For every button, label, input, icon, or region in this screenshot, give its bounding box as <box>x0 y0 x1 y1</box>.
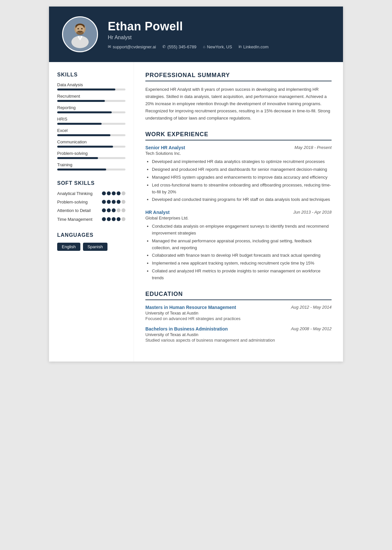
language-tag: English <box>57 243 80 251</box>
job-header: Senior HR Analyst May 2018 - Present <box>145 145 332 150</box>
dot-filled <box>107 217 111 221</box>
soft-skill-item: Attention to Detail <box>57 208 125 214</box>
skill-name: Data Analysis <box>57 82 125 87</box>
bullet-item: Managed HRIS system upgrades and enhance… <box>152 174 332 181</box>
dot-filled <box>102 200 106 204</box>
header: Ethan Powell Hr Analyst ✉support@cvdesig… <box>49 7 343 62</box>
language-tags: EnglishSpanish <box>57 243 125 251</box>
dot-filled <box>117 200 121 204</box>
main-content: PROFESSIONAL SUMMARY Experienced HR Anal… <box>134 62 343 362</box>
skill-name: HRIS <box>57 117 125 121</box>
skill-bar-fill <box>57 146 113 148</box>
skill-bar <box>57 111 125 113</box>
skill-name: Training <box>57 162 125 167</box>
dot-filled <box>112 200 116 204</box>
job-block: Senior HR Analyst May 2018 - Present Tec… <box>145 145 332 203</box>
skill-bar-fill <box>57 134 110 136</box>
soft-skill-item: Analytical Thinking <box>57 191 125 197</box>
contact-item: ✆(555) 345-6789 <box>162 44 196 49</box>
job-bullets: Developed and implemented HR data analyt… <box>145 158 332 203</box>
contact-icon: ⌂ <box>203 44 205 49</box>
skill-name: Recruitment <box>57 94 125 99</box>
edu-desc: Studied various aspects of business mana… <box>145 338 332 343</box>
bullet-item: Collaborated with finance team to develo… <box>152 252 332 259</box>
education-title: EDUCATION <box>145 291 332 300</box>
candidate-name: Ethan Powell <box>108 20 330 33</box>
experience-section: WORK EXPERIENCE Senior HR Analyst May 20… <box>145 131 332 281</box>
soft-skills-title: SOFT SKILLS <box>57 180 125 186</box>
jobs-list: Senior HR Analyst May 2018 - Present Tec… <box>145 145 332 281</box>
contact-item: ⌂NewYork, US <box>203 44 232 49</box>
soft-skill-name: Attention to Detail <box>57 208 99 214</box>
skill-dots <box>102 217 125 221</box>
edu-degree: Masters in Human Resource Management <box>145 305 236 310</box>
language-tag: Spanish <box>83 243 107 251</box>
avatar <box>62 16 98 52</box>
skill-name: Reporting <box>57 105 125 110</box>
skills-list: Data Analysis Recruitment Reporting HRIS… <box>57 82 125 170</box>
dot-filled <box>112 191 116 195</box>
skill-item: Communication <box>57 139 125 148</box>
edu-dates: Aug 2012 - May 2014 <box>291 305 332 310</box>
dot-filled <box>107 200 111 204</box>
skill-bar-fill <box>57 100 105 102</box>
skill-bar <box>57 146 125 148</box>
skill-item: Problem-solving <box>57 151 125 159</box>
skill-name: Excel <box>57 128 125 133</box>
contact-text: (555) 345-6789 <box>167 44 196 49</box>
skill-bar-fill <box>57 111 112 113</box>
contact-text: NewYork, US <box>207 44 232 49</box>
job-company: Global Enterprises Ltd. <box>145 216 332 220</box>
dot-filled <box>117 191 121 195</box>
skill-dots <box>102 199 125 204</box>
edu-header: Bachelors in Business Administration Aug… <box>145 326 332 332</box>
languages-title: LANGUAGES <box>57 232 125 238</box>
edu-school: University of Texas at Austin <box>145 332 332 337</box>
contact-icon: ✆ <box>162 44 166 49</box>
dot-filled <box>112 217 116 221</box>
dot-empty <box>122 191 125 195</box>
dot-empty <box>122 208 125 212</box>
job-dates: Jun 2013 - Apr 2018 <box>293 210 332 215</box>
edu-degree: Bachelors in Business Administration <box>145 326 228 332</box>
skill-item: Recruitment <box>57 94 125 102</box>
bullet-item: Led cross-functional teams to streamline… <box>152 182 332 196</box>
body: SKILLS Data Analysis Recruitment Reporti… <box>49 62 343 362</box>
bullet-item: Designed and produced HR reports and das… <box>152 166 332 173</box>
edu-header: Masters in Human Resource Management Aug… <box>145 305 332 310</box>
dot-filled <box>102 208 106 212</box>
soft-skills-list: Analytical ThinkingProblem-solvingAttent… <box>57 191 125 222</box>
experience-title: WORK EXPERIENCE <box>145 131 332 140</box>
skill-bar <box>57 89 125 90</box>
summary-text: Experienced HR Analyst with 8 years of p… <box>145 86 332 122</box>
soft-skill-name: Time Management <box>57 217 99 222</box>
soft-skills-section: SOFT SKILLS Analytical ThinkingProblem-s… <box>57 180 125 222</box>
job-title: HR Analyst <box>145 210 170 215</box>
skill-dots <box>102 191 125 195</box>
job-header: HR Analyst Jun 2013 - Apr 2018 <box>145 210 332 215</box>
summary-title: PROFESSIONAL SUMMARY <box>145 72 332 81</box>
skill-bar <box>57 123 125 125</box>
job-block: HR Analyst Jun 2013 - Apr 2018 Global En… <box>145 210 332 281</box>
soft-skill-name: Analytical Thinking <box>57 191 99 197</box>
bullet-item: Managed the annual performance appraisal… <box>152 238 332 251</box>
dot-filled <box>107 191 111 195</box>
soft-skill-name: Problem-solving <box>57 199 99 205</box>
contact-icon: ✉ <box>108 44 111 49</box>
contact-icon: in <box>238 44 241 49</box>
skills-title: SKILLS <box>57 72 125 78</box>
contact-item: inLinkedIn.com <box>238 44 269 49</box>
resume-container: Ethan Powell Hr Analyst ✉support@cvdesig… <box>49 7 343 362</box>
edu-desc: Focused on advanced HR strategies and pr… <box>145 316 332 321</box>
edu-dates: Aug 2008 - May 2012 <box>291 326 332 331</box>
bullet-item: Implemented a new applicant tracking sys… <box>152 260 332 267</box>
skill-bar-fill <box>57 169 106 170</box>
skill-name: Communication <box>57 139 125 144</box>
bullet-item: Developed and conducted training program… <box>152 196 332 203</box>
contact-text: LinkedIn.com <box>243 44 269 49</box>
contact-list: ✉support@cvdesigner.ai✆(555) 345-6789⌂Ne… <box>108 44 330 49</box>
skill-bar <box>57 100 125 102</box>
dot-filled <box>112 208 116 212</box>
bullet-item: Collated and analyzed HR metrics to prov… <box>152 268 332 282</box>
job-title: Senior HR Analyst <box>145 145 185 150</box>
